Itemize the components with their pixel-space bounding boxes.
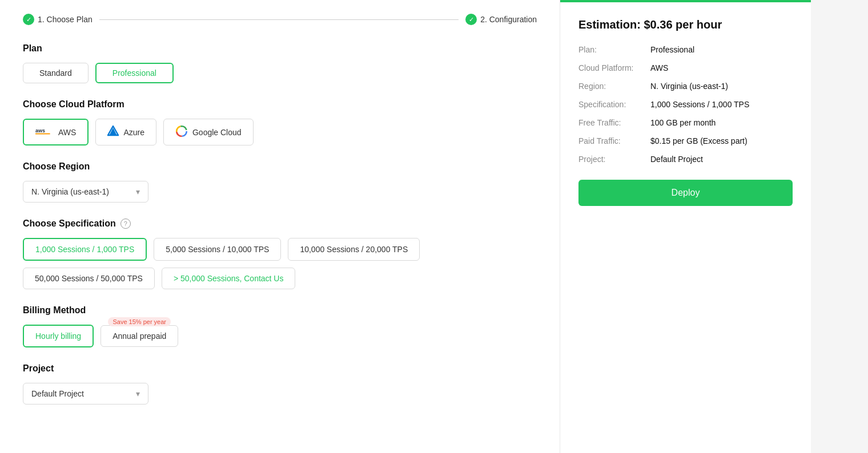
project-title: Project: [23, 363, 537, 374]
spec-btn-50000[interactable]: 50,000 Sessions / 50,000 TPS: [23, 268, 155, 289]
project-section: Project Default Project ▾: [23, 363, 537, 405]
estimation-cloud-value: AWS: [650, 63, 668, 72]
project-dropdown[interactable]: Default Project ▾: [23, 383, 148, 405]
specification-section: Choose Specification ? 1,000 Sessions / …: [23, 219, 537, 289]
estimation-cloud-row: Cloud Platform: AWS: [578, 63, 793, 72]
cloud-azure-label: Azure: [123, 128, 144, 137]
estimation-project-label: Project:: [578, 155, 647, 164]
save-badge: Save 15% per year: [108, 317, 171, 326]
help-icon[interactable]: ?: [120, 219, 131, 229]
estimation-project-value: Default Project: [650, 155, 703, 164]
chevron-down-icon: ▾: [136, 187, 140, 196]
cloud-azure-button[interactable]: Azure: [95, 119, 156, 145]
plan-section: Plan Standard Professional: [23, 43, 537, 83]
spec-title-row: Choose Specification ?: [23, 219, 537, 229]
cloud-buttons: aws AWS Azure: [23, 119, 537, 145]
cloud-aws-label: AWS: [58, 128, 76, 137]
spec-btn-10000[interactable]: 10,000 Sessions / 20,000 TPS: [288, 238, 420, 261]
step-1: ✓ 1. Choose Plan: [23, 14, 93, 25]
plan-professional-button[interactable]: Professional: [95, 63, 174, 83]
deploy-button[interactable]: Deploy: [578, 180, 793, 206]
plan-title: Plan: [23, 43, 537, 54]
spec-btn-5000[interactable]: 5,000 Sessions / 10,000 TPS: [154, 238, 281, 261]
cloud-title: Choose Cloud Platform: [23, 99, 537, 110]
annual-wrapper: Save 15% per year Annual prepaid: [101, 325, 178, 347]
billing-annual-button[interactable]: Annual prepaid: [101, 325, 178, 347]
estimation-plan-value: Professional: [650, 45, 694, 54]
step-2-check: ✓: [465, 14, 477, 25]
billing-section: Billing Method Hourly billing Save 15% p…: [23, 305, 537, 347]
estimation-plan-row: Plan: Professional: [578, 45, 793, 54]
cloud-section: Choose Cloud Platform aws AWS: [23, 99, 537, 145]
estimation-paid-traffic-label: Paid Traffic:: [578, 136, 647, 145]
plan-buttons: Standard Professional: [23, 63, 537, 83]
estimation-plan-label: Plan:: [578, 45, 647, 54]
estimation-free-traffic-label: Free Traffic:: [578, 118, 647, 127]
spec-btn-1000[interactable]: 1,000 Sessions / 1,000 TPS: [23, 238, 147, 261]
gcloud-icon: [175, 125, 188, 139]
spec-grid: 1,000 Sessions / 1,000 TPS 5,000 Session…: [23, 238, 537, 289]
aws-icon: aws: [35, 126, 54, 139]
estimation-project-row: Project: Default Project: [578, 155, 793, 164]
estimation-title: Estimation: $0.36 per hour: [578, 18, 793, 31]
estimation-paid-traffic-row: Paid Traffic: $0.15 per GB (Excess part): [578, 136, 793, 145]
estimation-cloud-label: Cloud Platform:: [578, 63, 647, 72]
billing-title: Billing Method: [23, 305, 537, 316]
chevron-down-icon-project: ▾: [136, 389, 140, 398]
step-1-label: 1. Choose Plan: [38, 15, 93, 24]
estimation-region-row: Region: N. Virginia (us-east-1): [578, 82, 793, 91]
step-2: ✓ 2. Configuration: [465, 14, 537, 25]
estimation-region-label: Region:: [578, 82, 647, 91]
billing-hourly-button[interactable]: Hourly billing: [23, 325, 94, 347]
step-2-label: 2. Configuration: [480, 15, 537, 24]
estimation-sidebar: Estimation: $0.36 per hour Plan: Profess…: [560, 0, 811, 453]
estimation-spec-value: 1,000 Sessions / 1,000 TPS: [650, 100, 749, 109]
estimation-free-traffic-row: Free Traffic: 100 GB per month: [578, 118, 793, 127]
cloud-gcloud-label: Google Cloud: [192, 128, 242, 137]
svg-text:aws: aws: [35, 128, 45, 134]
estimation-paid-traffic-value: $0.15 per GB (Excess part): [650, 136, 748, 145]
azure-icon: [107, 126, 119, 139]
estimation-spec-row: Specification: 1,000 Sessions / 1,000 TP…: [578, 100, 793, 109]
cloud-aws-button[interactable]: aws AWS: [23, 119, 89, 145]
cloud-gcloud-button[interactable]: Google Cloud: [163, 119, 254, 145]
estimation-spec-label: Specification:: [578, 100, 647, 109]
step-1-check: ✓: [23, 14, 34, 25]
plan-standard-button[interactable]: Standard: [23, 63, 89, 83]
billing-buttons: Hourly billing Save 15% per year Annual …: [23, 325, 537, 347]
estimation-region-value: N. Virginia (us-east-1): [650, 82, 728, 91]
estimation-free-traffic-value: 100 GB per month: [650, 118, 716, 127]
step-divider: [99, 19, 459, 20]
region-title: Choose Region: [23, 161, 537, 172]
spec-btn-contact[interactable]: > 50,000 Sessions, Contact Us: [162, 268, 296, 289]
stepper: ✓ 1. Choose Plan ✓ 2. Configuration: [23, 14, 537, 25]
project-selected: Default Project: [31, 389, 84, 398]
spec-title: Choose Specification: [23, 219, 116, 229]
region-dropdown[interactable]: N. Virginia (us-east-1) ▾: [23, 181, 148, 203]
region-section: Choose Region N. Virginia (us-east-1) ▾: [23, 161, 537, 203]
region-selected: N. Virginia (us-east-1): [31, 187, 109, 196]
